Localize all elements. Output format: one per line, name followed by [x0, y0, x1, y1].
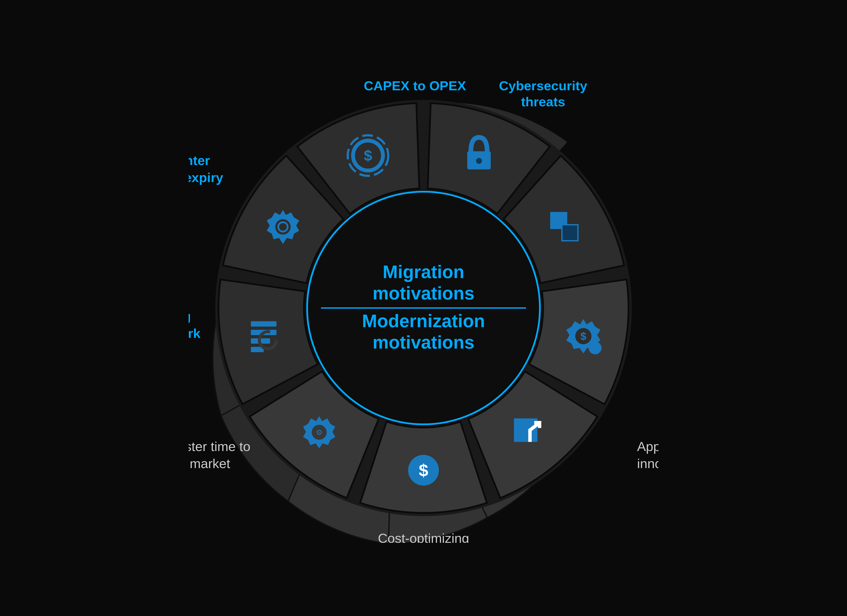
label-faster-line2: market	[190, 456, 230, 471]
wheel-svg: (function() { var svg = document.querySe…	[189, 73, 658, 543]
icon-application	[514, 419, 540, 442]
svg-text:$: $	[580, 330, 586, 342]
migration-title-line2: motivations	[372, 283, 474, 303]
svg-rect-12	[514, 419, 537, 442]
label-capex: CAPEX to OPEX	[364, 78, 466, 93]
icon-cost: $	[408, 455, 439, 486]
label-faster-line1: Faster time to	[189, 439, 251, 454]
label-cost-line1: Cost-optimizing	[378, 531, 469, 543]
modernization-title-line1: Modernization	[362, 311, 485, 331]
modernization-title-line2: motivations	[372, 332, 474, 352]
label-datacenter-line1: Datacenter	[189, 153, 210, 168]
label-application-line2: innovation	[637, 456, 658, 471]
diagram-container: (function() { var svg = document.querySe…	[167, 31, 680, 585]
svg-text:$: $	[364, 147, 372, 164]
label-hybrid-line2: hybrid work	[189, 326, 201, 340]
label-datacenter-line2: contract expiry	[189, 170, 223, 185]
label-hybrid-line1: Enabling	[189, 309, 191, 324]
svg-rect-8	[562, 225, 578, 241]
svg-point-10	[589, 342, 601, 354]
label-cybersecurity-line1: Cybersecurity	[499, 78, 587, 93]
label-cybersecurity-line2: threats	[521, 94, 565, 109]
svg-rect-17	[251, 321, 277, 327]
svg-text:⚙: ⚙	[316, 428, 323, 436]
wheel-wrapper: (function() { var svg = document.querySe…	[189, 73, 658, 543]
migration-title-line1: Migration	[383, 262, 464, 282]
icon-capex: $	[348, 135, 388, 176]
label-application-line1: Application	[637, 439, 658, 454]
svg-text:$: $	[419, 461, 428, 480]
svg-point-6	[476, 158, 482, 164]
